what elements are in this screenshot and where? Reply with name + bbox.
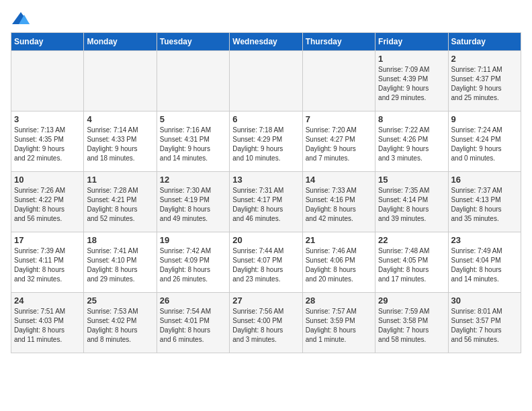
day-number: 1: [378, 54, 445, 64]
calendar-week-row: 3Sunrise: 7:13 AM Sunset: 4:35 PM Daylig…: [11, 111, 521, 172]
day-number: 24: [14, 295, 81, 306]
calendar-cell: 16Sunrise: 7:37 AM Sunset: 4:13 PM Dayli…: [448, 172, 521, 232]
calendar-cell: 30Sunrise: 8:01 AM Sunset: 3:57 PM Dayli…: [448, 293, 521, 353]
day-info: Sunrise: 7:48 AM Sunset: 4:05 PM Dayligh…: [378, 246, 445, 284]
day-info: Sunrise: 7:39 AM Sunset: 4:11 PM Dayligh…: [14, 246, 81, 284]
day-info: Sunrise: 7:51 AM Sunset: 4:03 PM Dayligh…: [14, 307, 81, 345]
calendar-cell: 29Sunrise: 7:59 AM Sunset: 3:58 PM Dayli…: [375, 293, 448, 353]
weekday-header-sunday: Sunday: [11, 33, 84, 51]
day-number: 19: [160, 235, 226, 245]
day-number: 6: [232, 114, 299, 124]
calendar-cell: 23Sunrise: 7:49 AM Sunset: 4:04 PM Dayli…: [448, 232, 521, 293]
day-info: Sunrise: 7:30 AM Sunset: 4:19 PM Dayligh…: [160, 186, 226, 224]
day-number: 5: [160, 114, 226, 124]
day-number: 3: [14, 114, 81, 124]
day-info: Sunrise: 7:22 AM Sunset: 4:26 PM Dayligh…: [378, 126, 445, 163]
day-number: 26: [160, 295, 226, 306]
weekday-header-friday: Friday: [375, 33, 448, 51]
calendar-cell: 22Sunrise: 7:48 AM Sunset: 4:05 PM Dayli…: [375, 232, 448, 293]
calendar-cell: 11Sunrise: 7:28 AM Sunset: 4:21 PM Dayli…: [84, 172, 157, 232]
calendar-cell: 18Sunrise: 7:41 AM Sunset: 4:10 PM Dayli…: [84, 232, 157, 293]
calendar-cell: 27Sunrise: 7:56 AM Sunset: 4:00 PM Dayli…: [230, 293, 302, 353]
calendar-cell: 2Sunrise: 7:11 AM Sunset: 4:37 PM Daylig…: [448, 51, 521, 111]
day-info: Sunrise: 7:44 AM Sunset: 4:07 PM Dayligh…: [232, 246, 299, 284]
day-info: Sunrise: 7:53 AM Sunset: 4:02 PM Dayligh…: [87, 307, 153, 345]
day-info: Sunrise: 7:13 AM Sunset: 4:35 PM Dayligh…: [14, 126, 81, 163]
day-number: 13: [232, 175, 299, 185]
day-number: 23: [451, 235, 518, 245]
day-info: Sunrise: 7:14 AM Sunset: 4:33 PM Dayligh…: [87, 126, 153, 163]
day-number: 10: [14, 175, 81, 185]
day-info: Sunrise: 7:09 AM Sunset: 4:39 PM Dayligh…: [378, 65, 445, 103]
day-number: 11: [87, 175, 153, 185]
day-number: 20: [232, 235, 299, 245]
calendar-cell: 6Sunrise: 7:18 AM Sunset: 4:29 PM Daylig…: [230, 111, 302, 172]
weekday-header-monday: Monday: [84, 33, 157, 51]
calendar-cell: 13Sunrise: 7:31 AM Sunset: 4:17 PM Dayli…: [230, 172, 302, 232]
calendar-cell: 8Sunrise: 7:22 AM Sunset: 4:26 PM Daylig…: [375, 111, 448, 172]
calendar-cell: [230, 51, 302, 111]
day-number: 7: [306, 114, 372, 124]
calendar-cell: 21Sunrise: 7:46 AM Sunset: 4:06 PM Dayli…: [302, 232, 375, 293]
weekday-header-row: SundayMondayTuesdayWednesdayThursdayFrid…: [11, 33, 521, 51]
day-number: 4: [87, 114, 153, 124]
calendar-cell: 7Sunrise: 7:20 AM Sunset: 4:27 PM Daylig…: [302, 111, 375, 172]
page-header: [11, 11, 521, 27]
day-info: Sunrise: 8:01 AM Sunset: 3:57 PM Dayligh…: [451, 307, 518, 345]
day-info: Sunrise: 7:49 AM Sunset: 4:04 PM Dayligh…: [451, 246, 518, 284]
calendar-cell: [84, 51, 157, 111]
calendar-cell: 24Sunrise: 7:51 AM Sunset: 4:03 PM Dayli…: [11, 293, 84, 353]
day-number: 25: [87, 295, 153, 306]
calendar-cell: 4Sunrise: 7:14 AM Sunset: 4:33 PM Daylig…: [84, 111, 157, 172]
day-number: 18: [87, 235, 153, 245]
calendar-cell: 9Sunrise: 7:24 AM Sunset: 4:24 PM Daylig…: [448, 111, 521, 172]
calendar-cell: [302, 51, 375, 111]
logo: [11, 11, 34, 27]
day-number: 8: [378, 114, 445, 124]
day-number: 27: [232, 295, 299, 306]
day-number: 21: [306, 235, 372, 245]
day-info: Sunrise: 7:28 AM Sunset: 4:21 PM Dayligh…: [87, 186, 153, 224]
day-info: Sunrise: 7:24 AM Sunset: 4:24 PM Dayligh…: [451, 126, 518, 163]
calendar-cell: 17Sunrise: 7:39 AM Sunset: 4:11 PM Dayli…: [11, 232, 84, 293]
day-number: 22: [378, 235, 445, 245]
calendar-cell: 3Sunrise: 7:13 AM Sunset: 4:35 PM Daylig…: [11, 111, 84, 172]
day-info: Sunrise: 7:42 AM Sunset: 4:09 PM Dayligh…: [160, 246, 226, 284]
day-number: 14: [306, 175, 372, 185]
calendar-cell: 28Sunrise: 7:57 AM Sunset: 3:59 PM Dayli…: [302, 293, 375, 353]
day-info: Sunrise: 7:18 AM Sunset: 4:29 PM Dayligh…: [232, 126, 299, 163]
weekday-header-wednesday: Wednesday: [230, 33, 302, 51]
day-info: Sunrise: 7:33 AM Sunset: 4:16 PM Dayligh…: [306, 186, 372, 224]
day-number: 17: [14, 235, 81, 245]
day-info: Sunrise: 7:59 AM Sunset: 3:58 PM Dayligh…: [378, 307, 445, 345]
calendar-cell: [11, 51, 84, 111]
day-info: Sunrise: 7:35 AM Sunset: 4:14 PM Dayligh…: [378, 186, 445, 224]
weekday-header-thursday: Thursday: [302, 33, 375, 51]
day-info: Sunrise: 7:41 AM Sunset: 4:10 PM Dayligh…: [87, 246, 153, 284]
calendar-cell: [157, 51, 229, 111]
day-info: Sunrise: 7:16 AM Sunset: 4:31 PM Dayligh…: [160, 126, 226, 163]
day-info: Sunrise: 7:56 AM Sunset: 4:00 PM Dayligh…: [232, 307, 299, 345]
day-number: 15: [378, 175, 445, 185]
calendar-cell: 20Sunrise: 7:44 AM Sunset: 4:07 PM Dayli…: [230, 232, 302, 293]
day-number: 29: [378, 295, 445, 306]
day-number: 16: [451, 175, 518, 185]
day-info: Sunrise: 7:57 AM Sunset: 3:59 PM Dayligh…: [306, 307, 372, 345]
day-number: 12: [160, 175, 226, 185]
calendar-week-row: 24Sunrise: 7:51 AM Sunset: 4:03 PM Dayli…: [11, 293, 521, 353]
calendar-cell: 1Sunrise: 7:09 AM Sunset: 4:39 PM Daylig…: [375, 51, 448, 111]
day-number: 28: [306, 295, 372, 306]
day-info: Sunrise: 7:31 AM Sunset: 4:17 PM Dayligh…: [232, 186, 299, 224]
calendar-cell: 5Sunrise: 7:16 AM Sunset: 4:31 PM Daylig…: [157, 111, 229, 172]
day-number: 2: [451, 54, 518, 64]
calendar-week-row: 17Sunrise: 7:39 AM Sunset: 4:11 PM Dayli…: [11, 232, 521, 293]
calendar-week-row: 10Sunrise: 7:26 AM Sunset: 4:22 PM Dayli…: [11, 172, 521, 232]
calendar-cell: 12Sunrise: 7:30 AM Sunset: 4:19 PM Dayli…: [157, 172, 229, 232]
weekday-header-tuesday: Tuesday: [157, 33, 229, 51]
day-info: Sunrise: 7:20 AM Sunset: 4:27 PM Dayligh…: [306, 126, 372, 163]
calendar-cell: 15Sunrise: 7:35 AM Sunset: 4:14 PM Dayli…: [375, 172, 448, 232]
calendar-table: SundayMondayTuesdayWednesdayThursdayFrid…: [11, 32, 521, 353]
day-info: Sunrise: 7:46 AM Sunset: 4:06 PM Dayligh…: [306, 246, 372, 284]
calendar-cell: 19Sunrise: 7:42 AM Sunset: 4:09 PM Dayli…: [157, 232, 229, 293]
calendar-cell: 26Sunrise: 7:54 AM Sunset: 4:01 PM Dayli…: [157, 293, 229, 353]
